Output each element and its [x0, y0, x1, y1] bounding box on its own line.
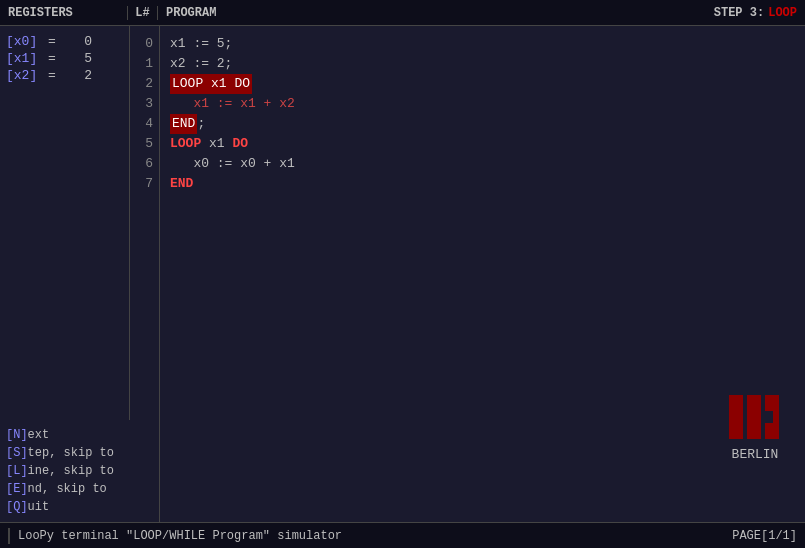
line-numbers-list: 01234567 — [130, 34, 153, 194]
registers-list: [x0]=0[x1]=5[x2]=2 — [6, 34, 123, 83]
shortcut-key: [N] — [6, 428, 28, 442]
header-ln-label: L# — [128, 6, 158, 20]
line-number: 0 — [130, 34, 153, 54]
shortcut-item[interactable]: [L]ine, skip to — [6, 462, 124, 480]
shortcut-label: ext — [28, 428, 50, 442]
statusbar-divider — [8, 528, 10, 544]
code-line: END; — [170, 114, 795, 134]
reg-name: [x2] — [6, 68, 42, 83]
berlin-logo-svg — [725, 387, 785, 447]
code-line: x1 := x1 + x2 — [170, 94, 795, 114]
code-text: x1 := 5; — [170, 36, 232, 51]
header-registers-label: REGISTERS — [8, 6, 128, 20]
code-lines: x1 := 5;x2 := 2;LOOP x1 DO x1 := x1 + x2… — [170, 34, 795, 194]
reg-eq: = — [42, 51, 62, 66]
shortcut-item[interactable]: [N]ext — [6, 426, 124, 444]
shortcuts-panel: [N]ext[S]tep, skip to[L]ine, skip to[E]n… — [0, 420, 130, 522]
shortcut-key: [Q] — [6, 500, 28, 514]
shortcut-key: [L] — [6, 464, 28, 478]
register-row: [x0]=0 — [6, 34, 123, 49]
shortcut-label: ine, skip to — [28, 464, 114, 478]
code-line: END — [170, 174, 795, 194]
header-step-label: STEP 3: — [714, 6, 768, 20]
header-loop-label: LOOP — [768, 6, 797, 20]
svg-rect-0 — [729, 395, 743, 439]
shortcuts-list: [N]ext[S]tep, skip to[L]ine, skip to[E]n… — [6, 426, 124, 516]
line-numbers-panel: 01234567 — [130, 26, 160, 522]
line-number: 2 — [130, 74, 153, 94]
reg-name: [x0] — [6, 34, 42, 49]
statusbar: LooPy terminal "LOOP/WHILE Program" simu… — [0, 522, 805, 548]
line-number: 6 — [130, 154, 153, 174]
header-program-label: PROGRAM — [158, 6, 714, 20]
end-semicolon: ; — [197, 116, 205, 131]
header-bar: REGISTERS L# PROGRAM STEP 3: LOOP — [0, 0, 805, 26]
code-text: END — [170, 176, 193, 191]
highlighted-end-line: END — [170, 114, 197, 134]
code-text: x0 := x0 + x1 — [170, 156, 295, 171]
reg-val: 2 — [62, 68, 92, 83]
line-number: 5 — [130, 134, 153, 154]
highlighted-loop-line: LOOP x1 DO — [170, 74, 252, 94]
comment-line: x1 := x1 + x2 — [170, 96, 295, 111]
shortcut-key: [E] — [6, 482, 28, 496]
register-row: [x2]=2 — [6, 68, 123, 83]
shortcut-item[interactable]: [S]tep, skip to — [6, 444, 124, 462]
svg-marker-2 — [765, 395, 779, 439]
code-line: LOOP x1 DO — [170, 74, 795, 94]
shortcut-label: uit — [28, 500, 50, 514]
shortcut-key: [S] — [6, 446, 28, 460]
reg-val: 5 — [62, 51, 92, 66]
register-row: [x1]=5 — [6, 51, 123, 66]
code-line: x2 := 2; — [170, 54, 795, 74]
shortcut-item[interactable]: [E]nd, skip to — [6, 480, 124, 498]
code-line: LOOP x1 DO — [170, 134, 795, 154]
line-number: 1 — [130, 54, 153, 74]
statusbar-text: LooPy terminal "LOOP/WHILE Program" simu… — [18, 529, 732, 543]
shortcut-label: tep, skip to — [28, 446, 114, 460]
reg-name: [x1] — [6, 51, 42, 66]
program-panel: x1 := 5;x2 := 2;LOOP x1 DO x1 := x1 + x2… — [160, 26, 805, 522]
berlin-label: BERLIN — [732, 447, 779, 462]
shortcut-item[interactable]: [Q]uit — [6, 498, 124, 516]
reg-val: 0 — [62, 34, 92, 49]
statusbar-page: PAGE[1/1] — [732, 529, 797, 543]
code-line: x0 := x0 + x1 — [170, 154, 795, 174]
svg-rect-1 — [747, 395, 761, 439]
shortcut-label: nd, skip to — [28, 482, 107, 496]
berlin-logo: BERLIN — [725, 387, 785, 462]
line-number: 4 — [130, 114, 153, 134]
line-number: 7 — [130, 174, 153, 194]
reg-eq: = — [42, 34, 62, 49]
code-line: x1 := 5; — [170, 34, 795, 54]
code-text: LOOP x1 DO — [170, 136, 248, 151]
code-text: x2 := 2; — [170, 56, 232, 71]
reg-eq: = — [42, 68, 62, 83]
line-number: 3 — [130, 94, 153, 114]
